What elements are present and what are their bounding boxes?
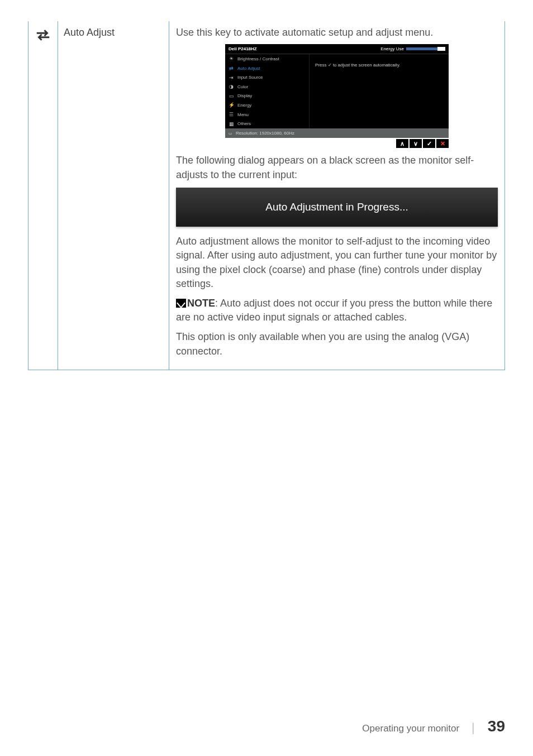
row-title-cell: Auto Adjust	[58, 21, 169, 370]
auto-adjust-progress-dialog: Auto Adjustment in Progress...	[176, 188, 498, 227]
note-paragraph: NOTE: Auto adjust does not occur if you …	[176, 296, 498, 324]
osd-menu-item-icon: ☰	[229, 111, 234, 118]
osd-menu-item-icon: ⇥	[229, 74, 234, 82]
para-dialog-intro: The following dialog appears on a black …	[176, 154, 498, 181]
footer-section: Operating your monitor	[362, 722, 459, 735]
osd-menu-item: ⇥Input Source	[225, 73, 309, 83]
osd-menu-item: ◑Color	[225, 82, 309, 92]
row-title: Auto Adjust	[64, 27, 115, 38]
osd-nav-button: ✕	[436, 139, 449, 148]
page-footer: Operating your monitor │ 39	[362, 715, 505, 737]
osd-menu-item-icon: ⇄	[229, 65, 234, 72]
osd-menu-item-icon: ◑	[229, 83, 234, 90]
osd-pane: Press ✓ to adjust the screen automatical…	[309, 54, 449, 128]
table-row: Auto Adjust Use this key to activate aut…	[28, 21, 505, 370]
osd-nav-button: ∧	[396, 139, 408, 148]
osd-menu-item: ▭Display	[225, 92, 309, 101]
row-icon-cell	[28, 21, 58, 370]
note-label: NOTE	[187, 298, 215, 309]
osd-menu-item-label: Color	[237, 84, 248, 90]
osd-menu-item-label: Others	[237, 121, 251, 127]
footer-separator: │	[470, 722, 477, 735]
osd-menu: ☀Brightness / Contrast⇄Auto Adjust⇥Input…	[225, 54, 309, 128]
osd-menu-item-icon: ▦	[229, 121, 234, 128]
para-explanation: Auto adjustment allows the monitor to se…	[176, 235, 498, 291]
osd-window: Dell P2418HZ Energy Use ☀Brightness / Co…	[225, 44, 449, 148]
osd-menu-item: ▦Others	[225, 119, 309, 129]
note-text: : Auto adjust does not occur if you pres…	[176, 298, 492, 323]
osd-resolution-bar: ▭ Resolution: 1920x1080, 60Hz	[225, 128, 449, 138]
energy-bar-icon	[406, 47, 445, 50]
osd-menu-item: ⇄Auto Adjust	[225, 64, 309, 73]
osd-energy-label: Energy Use	[380, 46, 404, 52]
osd-menu-item-icon: ⚡	[229, 102, 234, 109]
osd-menu-item-icon: ▭	[229, 93, 234, 100]
osd-titlebar: Dell P2418HZ Energy Use	[225, 44, 449, 54]
auto-adjust-icon	[35, 27, 51, 47]
osd-nav-button: ✓	[423, 139, 435, 148]
note-icon	[176, 299, 186, 308]
osd-menu-item: ☰Menu	[225, 110, 309, 119]
osd-menu-item-label: Display	[237, 93, 252, 99]
osd-menu-item-label: Energy	[237, 102, 251, 108]
osd-menu-item-label: Auto Adjust	[237, 65, 260, 71]
intro-text: Use this key to activate automatic setup…	[176, 26, 498, 40]
osd-menu-item-label: Menu	[237, 112, 249, 118]
para-vga: This option is only available when you a…	[176, 330, 498, 358]
osd-model: Dell P2418HZ	[229, 46, 257, 52]
osd-menu-item: ⚡Energy	[225, 101, 309, 110]
osd-button-row: ∧∨✓✕	[225, 139, 449, 148]
osd-menu-item-icon: ☀	[229, 55, 234, 63]
row-content-cell: Use this key to activate automatic setup…	[169, 21, 505, 370]
osd-menu-item-label: Brightness / Contrast	[237, 56, 279, 62]
osd-resolution: Resolution: 1920x1080, 60Hz	[236, 130, 294, 136]
progress-text: Auto Adjustment in Progress...	[265, 201, 408, 213]
osd-pane-text: Press ✓ to adjust the screen automatical…	[315, 63, 400, 68]
footer-page-number: 39	[488, 715, 505, 737]
osd-screenshot: Dell P2418HZ Energy Use ☀Brightness / Co…	[176, 44, 498, 148]
osd-menu-item-label: Input Source	[237, 74, 263, 80]
osd-menu-item: ☀Brightness / Contrast	[225, 54, 309, 64]
osd-nav-button: ∨	[410, 139, 422, 148]
